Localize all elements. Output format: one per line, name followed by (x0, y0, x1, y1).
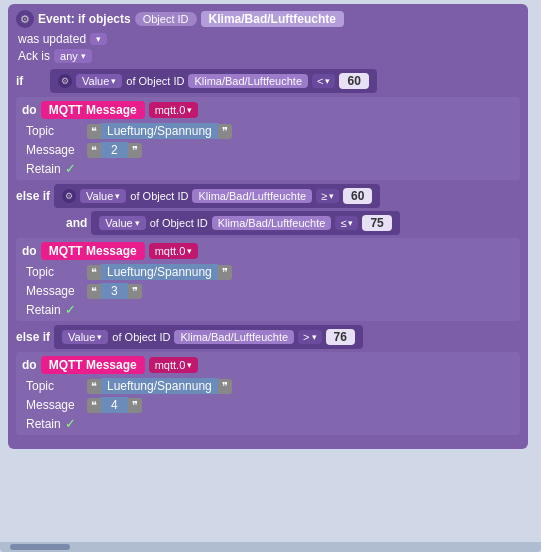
and-1-row: and Value of Object ID Klima/Bad/Luftfeu… (16, 211, 520, 235)
do-block-1: do MQTT Message mqtt.0 Topic ❝ Lueftung/… (16, 97, 520, 180)
do-1-message-value[interactable]: 2 (101, 142, 128, 158)
do-1-keyword: do (22, 103, 37, 117)
else-if-1-gear-icon: ⚙ (62, 189, 76, 203)
and-1-of-label: of Object ID (150, 217, 208, 229)
if-row: if ⚙ Value of Object ID Klima/Bad/Luftfe… (16, 69, 520, 93)
else-if-2-op-dropdown[interactable]: > (298, 330, 321, 344)
do-2-topic-quote-left: ❝ (87, 265, 101, 280)
do-block-3: do MQTT Message mqtt.0 Topic ❝ Lueftung/… (16, 352, 520, 435)
do-2-message-value-block: ❝ 3 ❞ (87, 283, 142, 299)
else-if-1-object-id[interactable]: Klima/Bad/Luftfeuchte (192, 189, 312, 203)
do-block-2: do MQTT Message mqtt.0 Topic ❝ Lueftung/… (16, 238, 520, 321)
header-row: ⚙ Event: if objects Object ID Klima/Bad/… (16, 10, 520, 28)
do-3-mqtt-label: MQTT Message (41, 356, 145, 374)
do-2-message-quote-left: ❝ (87, 284, 101, 299)
do-2-topic-value-block: ❝ Lueftung/Spannung ❞ (87, 264, 232, 280)
horizontal-scrollbar[interactable] (0, 542, 541, 552)
do-2-message-label: Message (26, 284, 81, 298)
do-2-retain-label: Retain (26, 303, 61, 317)
and-1-op-dropdown[interactable]: ≤ (335, 216, 358, 230)
do-3-message-value[interactable]: 4 (101, 397, 128, 413)
if-of-label: of Object ID (126, 75, 184, 87)
do-2-topic-row: Topic ❝ Lueftung/Spannung ❞ (22, 264, 514, 280)
else-if-1-op-dropdown[interactable]: ≥ (316, 189, 339, 203)
do-3-keyword: do (22, 358, 37, 372)
do-3-message-value-block: ❝ 4 ❞ (87, 397, 142, 413)
do-1-topic-label: Topic (26, 124, 81, 138)
else-if-2-value-dropdown[interactable]: Value (62, 330, 108, 344)
object-id-label: Object ID (135, 12, 197, 26)
do-3-topic-quote-left: ❝ (87, 379, 101, 394)
and-1-num[interactable]: 75 (362, 215, 391, 231)
do-2-keyword: do (22, 244, 37, 258)
if-op-dropdown[interactable]: < (312, 74, 335, 88)
object-id-value[interactable]: Klima/Bad/Luftfeuchte (201, 11, 344, 27)
ack-row: Ack is any (16, 49, 520, 63)
do-2-message-row: Message ❝ 3 ❞ (22, 283, 514, 299)
do-3-mqtt-instance[interactable]: mqtt.0 (149, 357, 199, 373)
scrollbar-thumb[interactable] (10, 544, 70, 550)
do-2-mqtt-label: MQTT Message (41, 242, 145, 260)
do-3-retain-row: Retain ✓ (22, 416, 514, 431)
do-1-message-label: Message (26, 143, 81, 157)
do-3-topic-row: Topic ❝ Lueftung/Spannung ❞ (22, 378, 514, 394)
else-if-1-num[interactable]: 60 (343, 188, 372, 204)
do-2-mqtt-instance[interactable]: mqtt.0 (149, 243, 199, 259)
else-if-2-num[interactable]: 76 (326, 329, 355, 345)
else-if-2-row: else if Value of Object ID Klima/Bad/Luf… (16, 325, 520, 349)
if-gear-icon: ⚙ (58, 74, 72, 88)
else-if-1-keyword: else if (16, 189, 50, 203)
and-1-value-dropdown[interactable]: Value (99, 216, 145, 230)
do-1-mqtt-label: MQTT Message (41, 101, 145, 119)
do-1-topic-quote-right: ❞ (218, 124, 232, 139)
ack-dropdown[interactable]: any (54, 49, 92, 63)
else-if-2-of-label: of Object ID (112, 331, 170, 343)
do-1-topic-value-block: ❝ Lueftung/Spannung ❞ (87, 123, 232, 139)
do-2-topic-value[interactable]: Lueftung/Spannung (101, 264, 218, 280)
do-2-mqtt-row: do MQTT Message mqtt.0 (22, 242, 514, 260)
do-1-message-quote-left: ❝ (87, 143, 101, 158)
if-object-id[interactable]: Klima/Bad/Luftfeuchte (188, 74, 308, 88)
do-3-message-row: Message ❝ 4 ❞ (22, 397, 514, 413)
do-1-message-value-block: ❝ 2 ❞ (87, 142, 142, 158)
gear-icon[interactable]: ⚙ (16, 10, 34, 28)
do-3-message-quote-left: ❝ (87, 398, 101, 413)
do-1-topic-value[interactable]: Lueftung/Spannung (101, 123, 218, 139)
else-if-section-1: else if ⚙ Value of Object ID Klima/Bad/L… (16, 184, 520, 321)
main-block: ⚙ Event: if objects Object ID Klima/Bad/… (8, 4, 528, 449)
do-1-retain-label: Retain (26, 162, 61, 176)
do-2-retain-check[interactable]: ✓ (65, 302, 76, 317)
do-1-mqtt-instance[interactable]: mqtt.0 (149, 102, 199, 118)
do-3-message-quote-right: ❞ (128, 398, 142, 413)
else-if-1-row: else if ⚙ Value of Object ID Klima/Bad/L… (16, 184, 520, 208)
if-condition-block: ⚙ Value of Object ID Klima/Bad/Luftfeuch… (50, 69, 377, 93)
and-1-condition-block: Value of Object ID Klima/Bad/Luftfeuchte… (91, 211, 399, 235)
do-3-retain-check[interactable]: ✓ (65, 416, 76, 431)
do-1-message-quote-right: ❞ (128, 143, 142, 158)
else-if-section-2: else if Value of Object ID Klima/Bad/Luf… (16, 325, 520, 435)
do-2-message-value[interactable]: 3 (101, 283, 128, 299)
do-2-retain-row: Retain ✓ (22, 302, 514, 317)
ack-label: Ack is (18, 49, 50, 63)
do-1-message-row: Message ❝ 2 ❞ (22, 142, 514, 158)
if-num[interactable]: 60 (339, 73, 368, 89)
do-1-mqtt-row: do MQTT Message mqtt.0 (22, 101, 514, 119)
do-1-retain-check[interactable]: ✓ (65, 161, 76, 176)
else-if-2-condition-block: Value of Object ID Klima/Bad/Luftfeuchte… (54, 325, 363, 349)
do-3-topic-value[interactable]: Lueftung/Spannung (101, 378, 218, 394)
do-3-mqtt-row: do MQTT Message mqtt.0 (22, 356, 514, 374)
else-if-2-object-id[interactable]: Klima/Bad/Luftfeuchte (174, 330, 294, 344)
do-3-topic-quote-right: ❞ (218, 379, 232, 394)
and-1-object-id[interactable]: Klima/Bad/Luftfeuchte (212, 216, 332, 230)
event-label: Event: if objects (38, 12, 131, 26)
updated-text: was updated (18, 32, 86, 46)
do-3-retain-label: Retain (26, 417, 61, 431)
do-2-topic-quote-right: ❞ (218, 265, 232, 280)
and-1-keyword: and (66, 216, 87, 230)
if-value-dropdown[interactable]: Value (76, 74, 122, 88)
else-if-1-value-dropdown[interactable]: Value (80, 189, 126, 203)
do-1-topic-quote-left: ❝ (87, 124, 101, 139)
else-if-1-condition-block: ⚙ Value of Object ID Klima/Bad/Luftfeuch… (54, 184, 380, 208)
else-if-1-of-label: of Object ID (130, 190, 188, 202)
updated-dropdown[interactable] (90, 33, 107, 45)
